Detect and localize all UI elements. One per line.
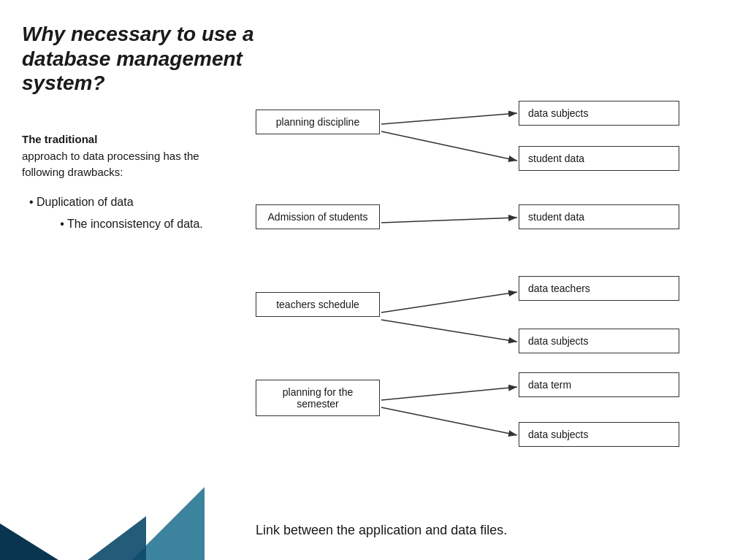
source-box-1: planning discipline bbox=[256, 110, 380, 134]
svg-line-5 bbox=[381, 320, 517, 342]
left-panel: The traditional approach to data process… bbox=[22, 131, 241, 239]
svg-line-1 bbox=[381, 113, 517, 124]
bottom-caption: Link between the application and data fi… bbox=[256, 523, 507, 538]
page-title: Why necessary to use a database manageme… bbox=[22, 22, 256, 96]
svg-line-4 bbox=[381, 292, 517, 312]
target-box-3: student data bbox=[519, 204, 679, 229]
bold-text: The traditional bbox=[22, 133, 97, 145]
svg-line-2 bbox=[381, 131, 517, 161]
description-text: approach to data processing has the foll… bbox=[22, 150, 199, 179]
svg-line-6 bbox=[381, 387, 517, 400]
bullet-2: • The inconsistency of data. bbox=[22, 218, 241, 231]
target-box-6: data term bbox=[519, 372, 679, 397]
svg-line-3 bbox=[381, 218, 517, 223]
target-box-1: data subjects bbox=[519, 101, 679, 126]
svg-line-7 bbox=[381, 407, 517, 435]
source-box-4: planning for the semester bbox=[256, 380, 380, 416]
target-box-2: student data bbox=[519, 146, 679, 171]
bullet-1: • Duplication of data bbox=[22, 196, 241, 209]
target-box-7: data subjects bbox=[519, 422, 679, 447]
source-box-2: Admission of students bbox=[256, 204, 380, 229]
svg-marker-10 bbox=[0, 523, 58, 560]
diagram-area: planning discipline Admission of student… bbox=[248, 95, 730, 518]
target-box-4: data teachers bbox=[519, 276, 679, 301]
target-box-5: data subjects bbox=[519, 329, 679, 353]
source-box-3: teachers schedule bbox=[256, 292, 380, 317]
traditional-description: The traditional approach to data process… bbox=[22, 131, 241, 181]
bottom-decoration bbox=[0, 472, 205, 560]
